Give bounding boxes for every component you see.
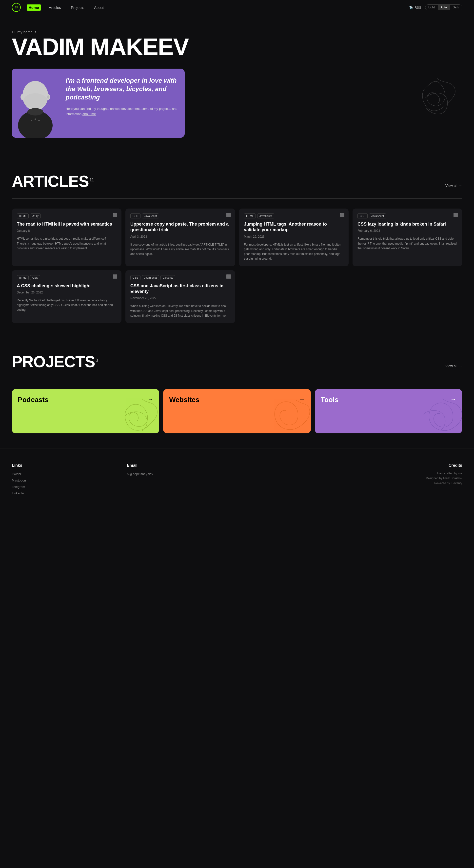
article-card[interactable]: HTML A11y ⬜ The road to HTMHell is paved…	[12, 209, 121, 266]
svg-point-8	[27, 108, 43, 116]
rss-link[interactable]: 📡 RSS	[409, 6, 421, 9]
tag-js: JavaScript	[142, 214, 159, 218]
nav-about[interactable]: About	[92, 4, 106, 10]
footer-links-section: Links Twitter Mastodon Telegram LinkedIn	[12, 463, 117, 497]
article-tags: HTML CSS	[17, 275, 117, 280]
footer-email-value: hi@pepelsbey.dev	[127, 472, 232, 476]
article-date: January 8	[17, 229, 117, 232]
logo[interactable]: @	[12, 3, 21, 12]
svg-point-9	[31, 120, 32, 121]
article-title: Uppercase copy and paste. The problem an…	[130, 221, 230, 233]
footer-credit-2[interactable]: Designed by Mark Shakhov	[357, 476, 462, 480]
article-card[interactable]: CSS JavaScript ⬜ Uppercase copy and past…	[125, 209, 235, 266]
hero-photo	[12, 69, 59, 138]
article-excerpt: Remember this old trick that allowed us …	[357, 237, 457, 251]
svg-point-11	[38, 120, 40, 121]
project-card-podcasts[interactable]: Podcasts →	[12, 389, 159, 433]
projects-view-all[interactable]: View all →	[445, 364, 462, 368]
tag-js: JavaScript	[369, 214, 386, 218]
article-date: April 3, 2023	[130, 235, 230, 239]
scribble-decoration	[413, 73, 462, 123]
tag-html: HTML	[244, 214, 256, 218]
article-tags: HTML JavaScript	[244, 214, 344, 218]
projects-title: PROJECTS8	[12, 353, 98, 371]
article-excerpt: When building websites on Eleventy, we o…	[130, 304, 230, 318]
hero-thoughts-link[interactable]: my thoughts	[92, 107, 109, 111]
footer-link-telegram[interactable]: Telegram	[12, 485, 25, 489]
articles-view-all[interactable]: View all →	[445, 184, 462, 188]
hero-desc: Here you can find my thoughts on web dev…	[66, 106, 178, 117]
hero-card: I'm a frontend developer in love with th…	[12, 69, 185, 138]
tag-css: CSS	[30, 275, 40, 280]
article-excerpt: HTML semantics is a nice idea, but does …	[17, 237, 117, 251]
article-card[interactable]: CSS JavaScript ⬜ CSS lazy loading is kin…	[353, 209, 462, 266]
article-date: November 25, 2022	[130, 297, 230, 300]
article-date: December 26, 2022	[17, 291, 117, 294]
tag-html: HTML	[17, 214, 29, 218]
tag-a11y: A11y	[30, 214, 41, 218]
footer-links-list: Twitter Mastodon Telegram LinkedIn	[12, 472, 117, 495]
theme-light[interactable]: Light	[425, 5, 438, 10]
footer-link-linkedin[interactable]: LinkedIn	[12, 491, 24, 495]
article-card[interactable]: HTML JavaScript ⬜ Jumping HTML tags. Ano…	[239, 209, 349, 266]
project-arrow: →	[147, 396, 153, 403]
footer-credits-title: Credits	[357, 463, 462, 468]
article-tags: CSS JavaScript	[357, 214, 457, 218]
article-icon: ⬜	[453, 213, 458, 217]
article-tags: HTML A11y	[17, 214, 117, 218]
article-card-empty	[353, 270, 462, 323]
project-label: Tools	[321, 396, 339, 404]
article-icon: ⬜	[113, 274, 118, 279]
tag-js: JavaScript	[257, 214, 274, 218]
hero-avatar-svg	[12, 69, 59, 138]
arrow-icon: →	[459, 364, 462, 368]
tag-js: JavaScript	[142, 275, 159, 280]
project-label: Podcasts	[18, 396, 49, 404]
nav-articles[interactable]: Articles	[47, 4, 63, 10]
footer-link-twitter[interactable]: Twitter	[12, 472, 21, 476]
articles-count: 11	[89, 178, 94, 182]
nav-links: Home Articles Projects About	[27, 4, 409, 10]
article-card[interactable]: CSS JavaScript Eleventy ⬜ CSS and JavaSc…	[125, 270, 235, 323]
article-title: CSS lazy loading is kinda broken in Safa…	[357, 221, 457, 227]
footer-empty	[242, 463, 347, 497]
footer-email-section: Email hi@pepelsbey.dev	[127, 463, 232, 497]
projects-section: PROJECTS8 View all → Podcasts → Websites…	[0, 338, 474, 448]
footer-credit-3[interactable]: Powered by Eleventy	[357, 482, 462, 485]
footer-email-link[interactable]: hi@pepelsbey.dev	[127, 472, 153, 476]
article-tags: CSS JavaScript Eleventy	[130, 275, 230, 280]
article-icon: ⬜	[113, 213, 118, 217]
tag-html: HTML	[17, 275, 29, 280]
hero-projects-link[interactable]: my projects	[154, 107, 170, 111]
svg-point-10	[35, 119, 36, 120]
hero-section: Hi, my name is VADIM MAKEEV	[0, 15, 474, 157]
hero-desc-mid: on web development, some of	[109, 107, 154, 111]
hero-name: VADIM MAKEEV	[12, 35, 462, 59]
hero-desc-before: Here you can find	[66, 107, 92, 111]
nav-projects[interactable]: Projects	[69, 4, 86, 10]
theme-auto[interactable]: Auto	[438, 5, 450, 10]
view-all-label: View all	[445, 184, 457, 188]
hero-about-link[interactable]: about me	[83, 112, 96, 116]
tag-css: CSS	[130, 214, 141, 218]
projects-header: PROJECTS8 View all →	[12, 353, 462, 371]
nav-home[interactable]: Home	[27, 4, 41, 10]
article-title: A CSS challenge: skewed highlight	[17, 283, 117, 289]
article-card[interactable]: HTML CSS ⬜ A CSS challenge: skewed highl…	[12, 270, 121, 323]
project-card-websites[interactable]: Websites →	[163, 389, 310, 433]
article-title: The road to HTMHell is paved with semant…	[17, 221, 117, 227]
arrow-icon: →	[459, 184, 462, 188]
footer-credit-1[interactable]: Handcrafted by me	[357, 472, 462, 475]
theme-dark[interactable]: Dark	[450, 5, 462, 10]
tag-css: CSS	[357, 214, 367, 218]
articles-header: ARTICLES11 View all →	[12, 172, 462, 190]
tag-eleventy: Eleventy	[160, 275, 175, 280]
footer-link-mastodon[interactable]: Mastodon	[12, 478, 26, 482]
articles-section: ARTICLES11 View all → HTML A11y ⬜ The ro…	[0, 157, 474, 338]
article-card-empty	[239, 270, 349, 323]
article-tags: CSS JavaScript	[130, 214, 230, 218]
project-arrow: →	[450, 396, 456, 403]
project-card-tools[interactable]: Tools →	[315, 389, 462, 433]
article-excerpt: For most developers, HTML is just an art…	[244, 242, 344, 261]
footer-links-title: Links	[12, 463, 117, 468]
